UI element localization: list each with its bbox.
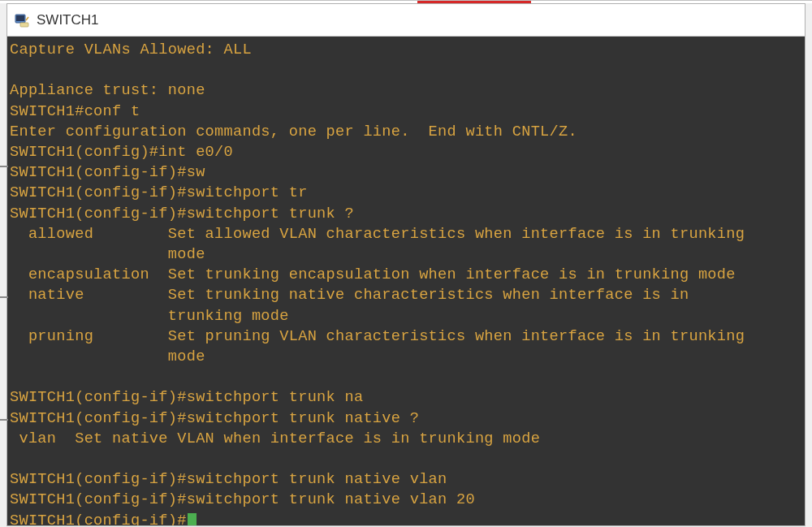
terminal-line: SWITCH1(config-if)#switchport trunk ? [10, 204, 802, 224]
terminal-line: Enter configuration commands, one per li… [10, 122, 802, 142]
terminal-line: encapsulation Set trunking encapsulation… [10, 265, 802, 285]
terminal-line [10, 60, 802, 80]
window-title: SWITCH1 [37, 12, 99, 28]
putty-icon [14, 12, 30, 28]
terminal-line: allowed Set allowed VLAN characteristics… [10, 224, 802, 244]
terminal-line: Capture VLANs Allowed: ALL [10, 40, 802, 60]
accent-marker [417, 1, 531, 3]
terminal-line [10, 367, 802, 387]
terminal-line: trunking mode [10, 306, 802, 326]
terminal-prompt: SWITCH1(config-if)# [10, 512, 187, 525]
terminal-line: vlan Set native VLAN when interface is i… [10, 429, 802, 449]
terminal-line: mode [10, 244, 802, 265]
left-rulers [0, 36, 6, 523]
terminal-line: Appliance trust: none [10, 80, 802, 101]
terminal-output[interactable]: Capture VLANs Allowed: ALLAppliance trus… [7, 37, 805, 525]
terminal-line: SWITCH1(config-if)#sw [10, 162, 802, 183]
terminal-line: SWITCH1(config-if)#switchport trunk nati… [10, 490, 802, 510]
terminal-line: SWITCH1#conf t [10, 102, 802, 122]
svg-line-3 [26, 17, 28, 20]
terminal-line: SWITCH1(config-if)#switchport trunk nati… [10, 408, 802, 429]
terminal-line: pruning Set pruning VLAN characteristics… [10, 326, 802, 347]
terminal-line: SWITCH1(config)#int e0/0 [10, 142, 802, 162]
svg-rect-1 [16, 15, 24, 21]
titlebar[interactable]: SWITCH1 [7, 4, 805, 37]
terminal-line: SWITCH1(config-if)#switchport tr [10, 183, 802, 203]
terminal-line: SWITCH1(config-if)#switchport trunk na [10, 387, 802, 408]
terminal-line [10, 449, 802, 469]
putty-window: SWITCH1 Capture VLANs Allowed: ALLApplia… [6, 3, 806, 526]
terminal-line: mode [10, 347, 802, 367]
svg-rect-2 [20, 23, 28, 27]
terminal-prompt-line: SWITCH1(config-if)# [10, 511, 802, 525]
terminal-line: SWITCH1(config-if)#switchport trunk nati… [10, 469, 802, 490]
terminal-line: native Set trunking native characteristi… [10, 285, 802, 305]
window-top-border [0, 0, 812, 3]
terminal-cursor [188, 513, 197, 525]
